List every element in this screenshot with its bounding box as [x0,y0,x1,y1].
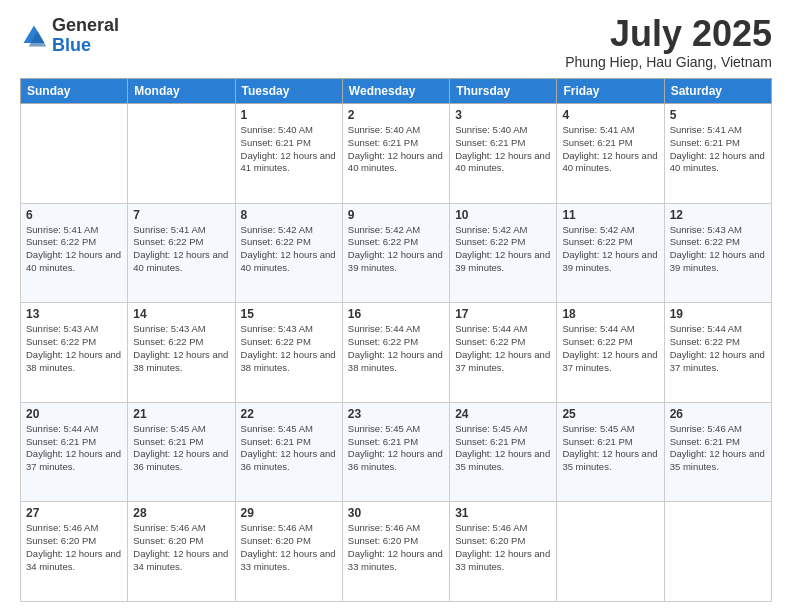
day-info: Sunrise: 5:46 AM Sunset: 6:20 PM Dayligh… [241,522,337,573]
day-info: Sunrise: 5:45 AM Sunset: 6:21 PM Dayligh… [241,423,337,474]
day-number: 14 [133,307,229,321]
calendar-week-3: 13Sunrise: 5:43 AM Sunset: 6:22 PM Dayli… [21,303,772,403]
day-number: 12 [670,208,766,222]
calendar-week-2: 6Sunrise: 5:41 AM Sunset: 6:22 PM Daylig… [21,203,772,303]
day-info: Sunrise: 5:43 AM Sunset: 6:22 PM Dayligh… [241,323,337,374]
day-info: Sunrise: 5:41 AM Sunset: 6:21 PM Dayligh… [670,124,766,175]
day-info: Sunrise: 5:42 AM Sunset: 6:22 PM Dayligh… [241,224,337,275]
calendar-cell: 27Sunrise: 5:46 AM Sunset: 6:20 PM Dayli… [21,502,128,602]
calendar-cell: 29Sunrise: 5:46 AM Sunset: 6:20 PM Dayli… [235,502,342,602]
calendar-cell: 4Sunrise: 5:41 AM Sunset: 6:21 PM Daylig… [557,104,664,204]
day-number: 30 [348,506,444,520]
day-number: 29 [241,506,337,520]
calendar-cell: 30Sunrise: 5:46 AM Sunset: 6:20 PM Dayli… [342,502,449,602]
day-number: 24 [455,407,551,421]
day-info: Sunrise: 5:42 AM Sunset: 6:22 PM Dayligh… [455,224,551,275]
calendar-cell: 12Sunrise: 5:43 AM Sunset: 6:22 PM Dayli… [664,203,771,303]
day-info: Sunrise: 5:43 AM Sunset: 6:22 PM Dayligh… [133,323,229,374]
calendar-cell: 17Sunrise: 5:44 AM Sunset: 6:22 PM Dayli… [450,303,557,403]
day-number: 8 [241,208,337,222]
day-info: Sunrise: 5:44 AM Sunset: 6:22 PM Dayligh… [670,323,766,374]
day-number: 5 [670,108,766,122]
day-info: Sunrise: 5:45 AM Sunset: 6:21 PM Dayligh… [455,423,551,474]
day-info: Sunrise: 5:44 AM Sunset: 6:22 PM Dayligh… [348,323,444,374]
day-info: Sunrise: 5:41 AM Sunset: 6:22 PM Dayligh… [26,224,122,275]
day-number: 10 [455,208,551,222]
header-right: July 2025 Phung Hiep, Hau Giang, Vietnam [565,16,772,70]
day-number: 22 [241,407,337,421]
day-info: Sunrise: 5:45 AM Sunset: 6:21 PM Dayligh… [133,423,229,474]
day-info: Sunrise: 5:44 AM Sunset: 6:22 PM Dayligh… [562,323,658,374]
day-info: Sunrise: 5:40 AM Sunset: 6:21 PM Dayligh… [348,124,444,175]
day-number: 2 [348,108,444,122]
calendar-cell: 13Sunrise: 5:43 AM Sunset: 6:22 PM Dayli… [21,303,128,403]
calendar-cell: 28Sunrise: 5:46 AM Sunset: 6:20 PM Dayli… [128,502,235,602]
day-info: Sunrise: 5:43 AM Sunset: 6:22 PM Dayligh… [26,323,122,374]
day-number: 26 [670,407,766,421]
day-info: Sunrise: 5:41 AM Sunset: 6:22 PM Dayligh… [133,224,229,275]
day-number: 4 [562,108,658,122]
day-info: Sunrise: 5:43 AM Sunset: 6:22 PM Dayligh… [670,224,766,275]
calendar-cell: 23Sunrise: 5:45 AM Sunset: 6:21 PM Dayli… [342,402,449,502]
day-number: 3 [455,108,551,122]
location: Phung Hiep, Hau Giang, Vietnam [565,54,772,70]
calendar-header-wednesday: Wednesday [342,79,449,104]
day-info: Sunrise: 5:40 AM Sunset: 6:21 PM Dayligh… [455,124,551,175]
calendar-cell [557,502,664,602]
calendar-cell: 26Sunrise: 5:46 AM Sunset: 6:21 PM Dayli… [664,402,771,502]
calendar-header-thursday: Thursday [450,79,557,104]
day-info: Sunrise: 5:42 AM Sunset: 6:22 PM Dayligh… [348,224,444,275]
calendar-header-friday: Friday [557,79,664,104]
day-number: 16 [348,307,444,321]
calendar-cell: 7Sunrise: 5:41 AM Sunset: 6:22 PM Daylig… [128,203,235,303]
calendar-cell: 22Sunrise: 5:45 AM Sunset: 6:21 PM Dayli… [235,402,342,502]
day-number: 15 [241,307,337,321]
calendar-cell: 5Sunrise: 5:41 AM Sunset: 6:21 PM Daylig… [664,104,771,204]
day-info: Sunrise: 5:44 AM Sunset: 6:22 PM Dayligh… [455,323,551,374]
logo-icon [20,22,48,50]
calendar-cell [664,502,771,602]
day-info: Sunrise: 5:44 AM Sunset: 6:21 PM Dayligh… [26,423,122,474]
calendar-cell: 24Sunrise: 5:45 AM Sunset: 6:21 PM Dayli… [450,402,557,502]
day-number: 11 [562,208,658,222]
calendar-cell: 6Sunrise: 5:41 AM Sunset: 6:22 PM Daylig… [21,203,128,303]
day-info: Sunrise: 5:46 AM Sunset: 6:20 PM Dayligh… [133,522,229,573]
day-info: Sunrise: 5:41 AM Sunset: 6:21 PM Dayligh… [562,124,658,175]
day-number: 6 [26,208,122,222]
logo-blue-text: Blue [52,35,91,55]
day-number: 1 [241,108,337,122]
day-info: Sunrise: 5:46 AM Sunset: 6:20 PM Dayligh… [26,522,122,573]
day-number: 21 [133,407,229,421]
day-number: 17 [455,307,551,321]
logo-general-text: General [52,15,119,35]
calendar-cell [128,104,235,204]
day-info: Sunrise: 5:46 AM Sunset: 6:21 PM Dayligh… [670,423,766,474]
calendar-cell: 15Sunrise: 5:43 AM Sunset: 6:22 PM Dayli… [235,303,342,403]
header: General Blue July 2025 Phung Hiep, Hau G… [20,16,772,70]
calendar-cell: 19Sunrise: 5:44 AM Sunset: 6:22 PM Dayli… [664,303,771,403]
page: General Blue July 2025 Phung Hiep, Hau G… [0,0,792,612]
calendar-table: SundayMondayTuesdayWednesdayThursdayFrid… [20,78,772,602]
calendar-cell: 16Sunrise: 5:44 AM Sunset: 6:22 PM Dayli… [342,303,449,403]
day-info: Sunrise: 5:42 AM Sunset: 6:22 PM Dayligh… [562,224,658,275]
calendar-cell: 8Sunrise: 5:42 AM Sunset: 6:22 PM Daylig… [235,203,342,303]
day-number: 9 [348,208,444,222]
calendar-cell: 10Sunrise: 5:42 AM Sunset: 6:22 PM Dayli… [450,203,557,303]
calendar-header-sunday: Sunday [21,79,128,104]
calendar-cell: 31Sunrise: 5:46 AM Sunset: 6:20 PM Dayli… [450,502,557,602]
calendar-cell: 1Sunrise: 5:40 AM Sunset: 6:21 PM Daylig… [235,104,342,204]
day-number: 25 [562,407,658,421]
calendar-cell: 14Sunrise: 5:43 AM Sunset: 6:22 PM Dayli… [128,303,235,403]
calendar-cell: 18Sunrise: 5:44 AM Sunset: 6:22 PM Dayli… [557,303,664,403]
calendar-cell: 3Sunrise: 5:40 AM Sunset: 6:21 PM Daylig… [450,104,557,204]
calendar-header-tuesday: Tuesday [235,79,342,104]
day-info: Sunrise: 5:46 AM Sunset: 6:20 PM Dayligh… [455,522,551,573]
day-info: Sunrise: 5:45 AM Sunset: 6:21 PM Dayligh… [562,423,658,474]
calendar-cell: 25Sunrise: 5:45 AM Sunset: 6:21 PM Dayli… [557,402,664,502]
day-info: Sunrise: 5:45 AM Sunset: 6:21 PM Dayligh… [348,423,444,474]
calendar-week-4: 20Sunrise: 5:44 AM Sunset: 6:21 PM Dayli… [21,402,772,502]
day-number: 31 [455,506,551,520]
calendar-cell: 11Sunrise: 5:42 AM Sunset: 6:22 PM Dayli… [557,203,664,303]
calendar-header-monday: Monday [128,79,235,104]
calendar-cell: 2Sunrise: 5:40 AM Sunset: 6:21 PM Daylig… [342,104,449,204]
